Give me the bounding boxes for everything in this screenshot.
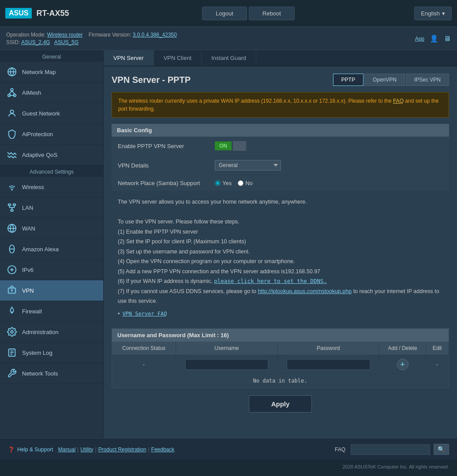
utility-link[interactable]: Utility (80, 446, 93, 453)
svg-line-6 (12, 91, 15, 94)
sidebar-item-label: Guest Network (22, 110, 60, 117)
sidebar-item-network-tools[interactable]: Network Tools (0, 363, 103, 384)
help-support-link[interactable]: ❓ Help & Support (8, 446, 53, 453)
network-place-no-radio[interactable] (238, 180, 243, 186)
user-icon[interactable]: 👤 (430, 34, 438, 43)
basic-config-header: Basic Config (112, 124, 449, 137)
network-place-row: Network Place (Samba) Support Yes No (112, 175, 449, 191)
enable-pptp-row: Enable PPTP VPN Server ON (112, 137, 449, 156)
sidebar-item-label: AiProtection (22, 131, 53, 138)
feedback-link[interactable]: Feedback (151, 446, 175, 453)
info-line1: The VPN server allows you to access your… (118, 197, 443, 207)
operation-mode-value[interactable]: Wireless router (47, 32, 83, 38)
add-button[interactable]: + (397, 359, 408, 370)
app-label[interactable]: App (415, 36, 424, 42)
pptp-button[interactable]: PPTP (333, 74, 363, 86)
vpn-details-control: General Advanced (215, 160, 281, 171)
step6: (6) If your WAN IP address is dynamic, p… (118, 276, 443, 286)
sidebar-item-wireless[interactable]: Wireless (0, 177, 103, 197)
network-place-yes-label: Yes (222, 180, 232, 186)
sidebar-item-amazon-alexa[interactable]: Amazon Alexa (0, 239, 103, 260)
sidebar-item-firewall[interactable]: Firewall (0, 301, 103, 322)
manual-link[interactable]: Manual (58, 446, 75, 453)
enable-pptp-control: ON (215, 141, 246, 151)
ddns-link[interactable]: please click here to set the DDNS. (214, 278, 327, 284)
firmware-value[interactable]: 3.0.0.4.386_42350 (133, 32, 177, 38)
step6-pre: (6) If your WAN IP address is dynamic, (118, 278, 214, 284)
vpn-faq-link[interactable]: VPN Server FAQ (122, 311, 167, 317)
logo-area: ASUS RT-AX55 (5, 8, 69, 19)
step7-pre: (7) If you cannot use ASUS DDNS services… (118, 288, 258, 294)
sidebar-item-label: Network Tools (22, 370, 58, 377)
faq-search-input[interactable] (351, 444, 430, 455)
enable-pptp-label: Enable PPTP VPN Server (118, 143, 215, 149)
col-connection-status: Connection Status (112, 342, 176, 355)
pptp-toggle[interactable]: ON (215, 141, 246, 151)
vpn-details-select[interactable]: General Advanced (215, 160, 281, 171)
footer-links: ❓ Help & Support Manual | Utility | Prod… (8, 446, 174, 453)
sidebar-item-system-log[interactable]: System Log (0, 342, 103, 363)
faq-warning-link[interactable]: FAQ (393, 98, 404, 104)
faq-search-button[interactable]: 🔍 (434, 444, 449, 455)
iplookup-link[interactable]: http://iplookup.asus.com/nslookup.php (258, 288, 352, 294)
no-data-row: No data in table. (112, 374, 449, 388)
faq-label: FAQ (335, 446, 345, 453)
apply-button[interactable]: Apply (249, 395, 312, 413)
sidebar-item-wan[interactable]: WAN (0, 218, 103, 239)
ssid-5g[interactable]: ASUS_5G (54, 39, 79, 45)
help-support-label: Help & Support (17, 446, 53, 453)
sidebar-item-vpn[interactable]: VPN (0, 280, 103, 301)
sidebar-item-label: Wireless (22, 184, 44, 190)
sidebar-item-guest-network[interactable]: Guest Network (0, 103, 103, 124)
network-place-yes[interactable]: Yes (215, 180, 232, 186)
password-cell (277, 355, 379, 374)
tab-vpn-client[interactable]: VPN Client (154, 50, 202, 66)
product-reg-link[interactable]: Product Registration (98, 446, 146, 453)
tab-vpn-server[interactable]: VPN Server (104, 50, 154, 66)
network-place-no[interactable]: No (238, 180, 253, 186)
sidebar: General Network Map AiMesh Guest Network… (0, 50, 104, 438)
ipsec-button[interactable]: IPSec VPN (406, 74, 449, 86)
sidebar-item-network-map[interactable]: Network Map (0, 62, 103, 82)
col-username: Username (176, 342, 277, 355)
network-place-yes-radio[interactable] (215, 180, 221, 186)
sidebar-item-aimesh[interactable]: AiMesh (0, 82, 103, 103)
vpn-type-buttons: PPTP OpenVPN IPSec VPN (333, 74, 449, 86)
monitor-icon[interactable]: 🖥 (444, 35, 451, 43)
sidebar-item-aiprotection[interactable]: AiProtection (0, 124, 103, 145)
step4: (4) Open the VPN connection program on y… (118, 257, 443, 267)
footer-right: FAQ 🔍 (335, 444, 449, 455)
vpn-icon (6, 285, 18, 296)
sidebar-item-adaptive-qos[interactable]: Adaptive QoS (0, 145, 103, 165)
warning-box: The wireless router currently uses a pri… (112, 92, 449, 118)
openvpn-button[interactable]: OpenVPN (364, 74, 405, 86)
top-bar: ASUS RT-AX55 Logout Reboot English ▾ (0, 0, 457, 27)
ssid-24[interactable]: ASUS_2.4G (21, 39, 50, 45)
logout-button[interactable]: Logout (202, 7, 247, 20)
sidebar-item-ipv6[interactable]: IPv6 (0, 260, 103, 280)
log-icon (6, 347, 18, 358)
firmware-label: Firmware Version: (89, 32, 131, 38)
svg-point-9 (11, 190, 12, 190)
network-place-control: Yes No (215, 180, 253, 186)
network-place-label: Network Place (Samba) Support (118, 180, 215, 186)
page-header: VPN Server - PPTP PPTP OpenVPN IPSec VPN (112, 74, 449, 86)
language-selector[interactable]: English ▾ (414, 7, 452, 20)
toggle-off[interactable] (233, 141, 246, 151)
username-input[interactable] (185, 359, 269, 370)
sidebar-item-label: Administration (22, 329, 58, 335)
copyright-text: 2020 ASUSTeK Computer Inc. All rights re… (342, 464, 449, 469)
sidebar-item-label: System Log (22, 350, 52, 356)
reboot-button[interactable]: Reboot (249, 7, 295, 20)
info-text-block: The VPN server allows you to access your… (112, 191, 449, 322)
status-left: Operation Mode: Wireless router Firmware… (6, 32, 177, 45)
sidebar-item-label: IPv6 (22, 267, 34, 273)
sidebar-item-administration[interactable]: Administration (0, 322, 103, 342)
advanced-section-label: Advanced Settings (0, 165, 103, 177)
tab-instant-guard[interactable]: Instant Guard (202, 50, 256, 66)
page-content: VPN Server - PPTP PPTP OpenVPN IPSec VPN… (104, 67, 457, 438)
general-section-label: General (0, 50, 103, 62)
toggle-on[interactable]: ON (215, 141, 232, 150)
password-input[interactable] (287, 359, 370, 370)
sidebar-item-lan[interactable]: LAN (0, 197, 103, 218)
